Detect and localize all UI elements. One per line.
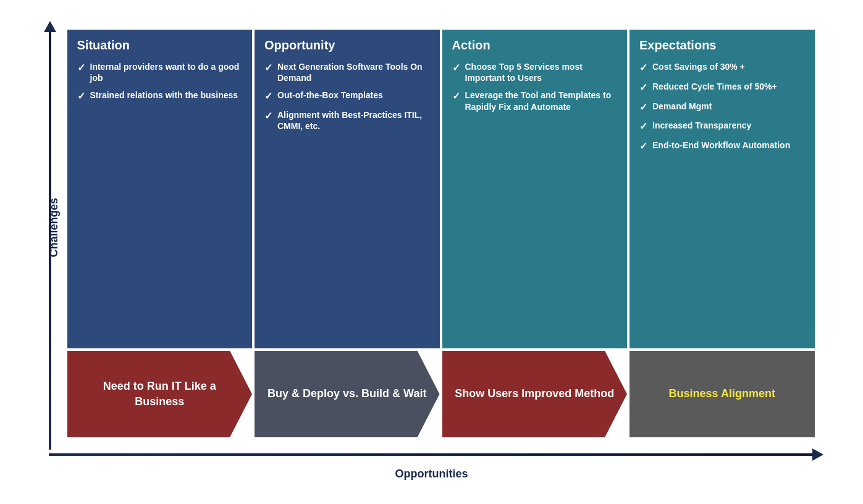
expectations-bullets: ✓ Cost Savings of 30% + ✓ Reduced Cycle …: [639, 61, 805, 153]
opportunity-bullets: ✓ Next Generation Software Tools On Dema…: [264, 61, 430, 132]
situation-bullet-2-text: Strained relations with the business: [90, 90, 238, 101]
main-grid: Situation ✓ Internal providers want to d…: [67, 30, 815, 437]
action-bullet-1: ✓ Choose Top 5 Services most Important t…: [452, 61, 618, 83]
opportunity-header: Opportunity: [264, 38, 430, 52]
opportunity-column: Opportunity ✓ Next Generation Software T…: [255, 30, 440, 437]
situation-column: Situation ✓ Internal providers want to d…: [67, 30, 253, 437]
check-icon-4: ✓: [264, 90, 272, 103]
situation-bullets: ✓ Internal providers want to do a good j…: [77, 61, 243, 103]
situation-bullet-1: ✓ Internal providers want to do a good j…: [77, 61, 243, 83]
check-icon-6: ✓: [452, 62, 460, 75]
action-bullet-2-text: Leverage the Tool and Templates to Rapid…: [465, 90, 618, 112]
check-icon-8: ✓: [639, 62, 647, 75]
opportunity-bullet-3: ✓ Alignment with Best-Practices ITIL, CM…: [264, 109, 430, 132]
y-axis: [49, 30, 51, 450]
expectations-bullet-2: ✓ Reduced Cycle Times of 50%+: [639, 81, 805, 94]
opportunity-bullet-2-text: Out-of-the-Box Templates: [277, 90, 383, 101]
check-icon-11: ✓: [639, 120, 647, 133]
situation-header: Situation: [77, 38, 243, 52]
opportunity-bullet-2: ✓ Out-of-the-Box Templates: [264, 90, 430, 103]
situation-bottom-text: Need to Run IT Like a Business: [77, 379, 243, 410]
expectations-bullet-1: ✓ Cost Savings of 30% +: [639, 61, 805, 75]
expectations-bullet-5-text: End-to-End Workflow Automation: [652, 140, 790, 151]
situation-bottom-box: Need to Run IT Like a Business: [67, 351, 253, 437]
x-axis-label: Opportunities: [395, 468, 468, 481]
check-icon-9: ✓: [639, 82, 647, 94]
expectations-bullet-3: ✓ Demand Mgmt: [639, 101, 805, 114]
check-icon-12: ✓: [639, 140, 647, 153]
expectations-bullet-4: ✓ Increased Transparency: [639, 120, 805, 133]
action-column: Action ✓ Choose Top 5 Services most Impo…: [442, 30, 628, 437]
expectations-bullet-2-text: Reduced Cycle Times of 50%+: [652, 81, 777, 92]
expectations-header: Expectations: [639, 38, 805, 52]
expectations-bullet-1-text: Cost Savings of 30% +: [652, 61, 745, 72]
action-bottom-text: Show Users Improved Method: [455, 386, 614, 401]
action-bullet-2: ✓ Leverage the Tool and Templates to Rap…: [452, 90, 618, 112]
opportunity-bottom-text: Buy & Deploy vs. Build & Wait: [267, 386, 426, 401]
expectations-column: Expectations ✓ Cost Savings of 30% + ✓ R…: [629, 30, 815, 437]
action-header: Action: [452, 38, 618, 52]
opportunity-bullet-1-text: Next Generation Software Tools On Demand: [277, 61, 430, 83]
check-icon-3: ✓: [264, 62, 272, 75]
opportunity-bullet-3-text: Alignment with Best-Practices ITIL, CMMI…: [277, 109, 430, 132]
expectations-bullet-4-text: Increased Transparency: [652, 120, 751, 131]
expectations-bullet-5: ✓ End-to-End Workflow Automation: [639, 140, 805, 153]
expectations-bottom-text: Business Alignment: [669, 386, 775, 401]
action-bullets: ✓ Choose Top 5 Services most Important t…: [452, 61, 618, 112]
check-icon-7: ✓: [452, 90, 460, 103]
action-top-box: Action ✓ Choose Top 5 Services most Impo…: [442, 30, 628, 348]
check-icon-1: ✓: [77, 62, 85, 75]
situation-bullet-1-text: Internal providers want to do a good job: [90, 61, 243, 83]
x-axis: [49, 453, 815, 456]
diagram-wrapper: Challenges Opportunities Situation ✓ Int…: [30, 17, 833, 487]
situation-bullet-2: ✓ Strained relations with the business: [77, 90, 243, 103]
opportunity-bullet-1: ✓ Next Generation Software Tools On Dema…: [264, 61, 430, 83]
check-icon-2: ✓: [77, 90, 85, 103]
check-icon-10: ✓: [639, 101, 647, 114]
action-bullet-1-text: Choose Top 5 Services most Important to …: [465, 61, 618, 83]
action-bottom-box: Show Users Improved Method: [442, 351, 628, 437]
expectations-bullet-3-text: Demand Mgmt: [652, 101, 712, 112]
check-icon-5: ✓: [264, 110, 272, 123]
expectations-top-box: Expectations ✓ Cost Savings of 30% + ✓ R…: [629, 30, 815, 348]
expectations-bottom-box: Business Alignment: [629, 351, 815, 437]
situation-top-box: Situation ✓ Internal providers want to d…: [67, 30, 253, 348]
opportunity-top-box: Opportunity ✓ Next Generation Software T…: [255, 30, 440, 348]
opportunity-bottom-box: Buy & Deploy vs. Build & Wait: [255, 351, 440, 437]
